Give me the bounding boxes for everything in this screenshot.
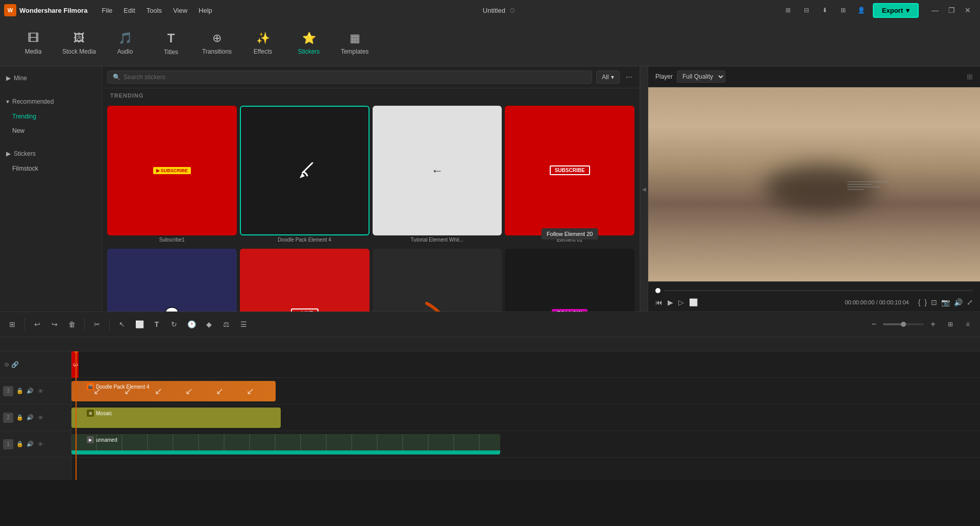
menu-help[interactable]: Help [193, 5, 217, 16]
crop-tool[interactable]: ⬜ [132, 317, 146, 331]
toolbar-stickers[interactable]: ⭐ Stickers [286, 23, 332, 64]
icon-split[interactable]: ⊟ [799, 3, 814, 17]
toolbar-templates[interactable]: ▦ Templates [332, 23, 378, 64]
grid-view-button[interactable]: ⊞ [943, 317, 958, 331]
undo-button[interactable]: ↩ [30, 317, 44, 331]
sticker-item-doodle4[interactable]: ⬇ [240, 106, 370, 235]
more-options-button[interactable]: ··· [624, 70, 634, 84]
crop-icon[interactable]: ⊡ [931, 298, 937, 306]
track-visible-3[interactable]: 👁 [36, 387, 45, 396]
snapshot-icon[interactable]: 📷 [941, 298, 950, 306]
preview-fullscreen[interactable]: ⊞ [967, 73, 973, 81]
play-button[interactable]: ▶ [668, 298, 673, 306]
add-track-icon[interactable]: ⊕ [4, 361, 9, 368]
quality-select[interactable]: Full Quality 1/2 Quality 1/4 Quality [677, 70, 725, 83]
track-mute-2[interactable]: 🔊 [26, 413, 35, 422]
sticker-item-tutorial-whit[interactable]: ← ⬇ [373, 106, 502, 235]
arrow-4: ↙ [185, 386, 193, 397]
mark-out-icon[interactable]: } [924, 298, 927, 306]
stickers-nav-label: Stickers [14, 150, 36, 157]
more-icon[interactable]: ⤢ [967, 298, 973, 306]
track-lock-3[interactable]: 🔒 [15, 387, 24, 396]
clock-tool[interactable]: 🕐 [184, 317, 199, 331]
panel-item-trending[interactable]: Trending [0, 109, 102, 124]
sticker-item-element20[interactable]: FOLLOW ⬇ [505, 249, 634, 312]
progress-bar[interactable] [665, 290, 973, 291]
toolbar-media[interactable]: 🎞 Media [10, 23, 56, 64]
add-track-button[interactable]: ⊞ [5, 317, 19, 331]
panel-recommended-section: ▾ Recommended Trending New [0, 90, 102, 142]
list-view-button[interactable]: ≡ [961, 317, 975, 331]
templates-label: Templates [341, 48, 369, 55]
select-tool[interactable]: ↖ [115, 317, 129, 331]
sticker-item-element01[interactable]: SUBSCRIBE ⬇ [505, 106, 634, 235]
delete-button[interactable]: 🗑 [65, 317, 79, 331]
sand-ripples [847, 181, 888, 243]
menu-edit[interactable]: Edit [118, 5, 140, 16]
panel-mine-header[interactable]: ▶ Mine [0, 70, 102, 86]
text-tool[interactable]: T [150, 317, 164, 331]
clip-icon-mosaic: ⊞ [87, 410, 94, 417]
close-button[interactable]: ✕ [960, 3, 976, 17]
rotate-tool[interactable]: ↻ [167, 317, 181, 331]
progress-thumb[interactable] [655, 288, 660, 293]
color-tool[interactable]: ◆ [202, 317, 216, 331]
settings-tool[interactable]: ☰ [236, 317, 251, 331]
clip-doodle4[interactable]: 🎬 Doodle Pack Element 4 ↙ ↙ ↙ ↙ ↙ ↙ [71, 381, 276, 401]
volume-icon[interactable]: 🔊 [954, 298, 963, 306]
menu-tools[interactable]: Tools [141, 5, 167, 16]
panel-item-filmstock[interactable]: Filmstock [0, 161, 102, 176]
icon-download[interactable]: ⬇ [818, 3, 832, 17]
filter-button[interactable]: All ▾ [596, 70, 619, 84]
sticker-item-comment1[interactable]: 💬 ⬇ [107, 249, 237, 312]
redo-button[interactable]: ↪ [47, 317, 62, 331]
cut-button[interactable]: ✂ [90, 317, 104, 331]
track-mute-3[interactable]: 🔊 [26, 387, 35, 396]
audio-tool[interactable]: ⚖ [219, 317, 233, 331]
prev-frame-button[interactable]: ⏮ [655, 298, 663, 306]
menu-view[interactable]: View [168, 5, 192, 16]
icon-layout[interactable]: ⊞ [781, 3, 795, 17]
toolbar-audio[interactable]: 🎵 Audio [102, 23, 148, 64]
track-mute-1[interactable]: 🔊 [26, 440, 35, 449]
track-number-3: 3 [3, 386, 13, 396]
toolbar-effects[interactable]: ✨ Effects [240, 23, 286, 64]
menu-file[interactable]: File [96, 5, 117, 16]
recommended-label: Recommended [12, 98, 54, 105]
sticker-item-element02[interactable]: ❤LIKE ⬇ [240, 249, 370, 312]
sticker-item-subscribe1[interactable]: ▶SUBSCRIBE ⬇ [107, 106, 237, 235]
search-input[interactable] [124, 74, 586, 81]
panel-stickers-header[interactable]: ▶ Stickers [0, 146, 102, 161]
zoom-slider[interactable] [883, 323, 924, 325]
stop-button[interactable]: ⬜ [689, 298, 698, 306]
zoom-in-button[interactable]: + [926, 317, 940, 331]
track-lock-1[interactable]: 🔒 [15, 440, 24, 449]
panel-item-new[interactable]: New [0, 124, 102, 138]
clip-mosaic[interactable]: ⊞ Mosaic [71, 408, 281, 428]
empty-track-row: S [71, 351, 980, 378]
mine-chevron-icon: ▶ [6, 75, 11, 82]
zoom-controls: − + [867, 317, 940, 331]
zoom-out-button[interactable]: − [867, 317, 881, 331]
clip-video[interactable]: ▶ unnamed [71, 434, 500, 455]
export-button[interactable]: Export ▾ [873, 3, 919, 18]
maximize-button[interactable]: ❐ [943, 3, 960, 17]
track-visible-1[interactable]: 👁 [36, 440, 45, 449]
collapse-panel-button[interactable]: ◀ [640, 66, 648, 312]
toolbar-transitions[interactable]: ⊕ Transitions [194, 23, 240, 64]
track-lock-2[interactable]: 🔒 [15, 413, 24, 422]
icon-grid[interactable]: ⊞ [836, 3, 850, 17]
clip-label-mosaic: ⊞ Mosaic [87, 410, 112, 417]
toolbar-titles[interactable]: T Titles [148, 23, 194, 64]
toolbar-stock-media[interactable]: 🖼 Stock Media [56, 23, 102, 64]
save-status-icon: ⊙ [509, 6, 516, 14]
icon-user[interactable]: 👤 [854, 3, 869, 17]
minimize-button[interactable]: — [927, 3, 943, 17]
mark-in-icon[interactable]: { [918, 298, 921, 306]
clip-icon-doodle4: 🎬 [87, 383, 94, 390]
link-icon[interactable]: 🔗 [11, 361, 19, 368]
fast-forward-button[interactable]: ▷ [678, 298, 684, 306]
track-visible-2[interactable]: 👁 [36, 413, 45, 422]
panel-recommended-header[interactable]: ▾ Recommended [0, 94, 102, 109]
sticker-item-golf[interactable]: ⬇ [373, 249, 502, 312]
